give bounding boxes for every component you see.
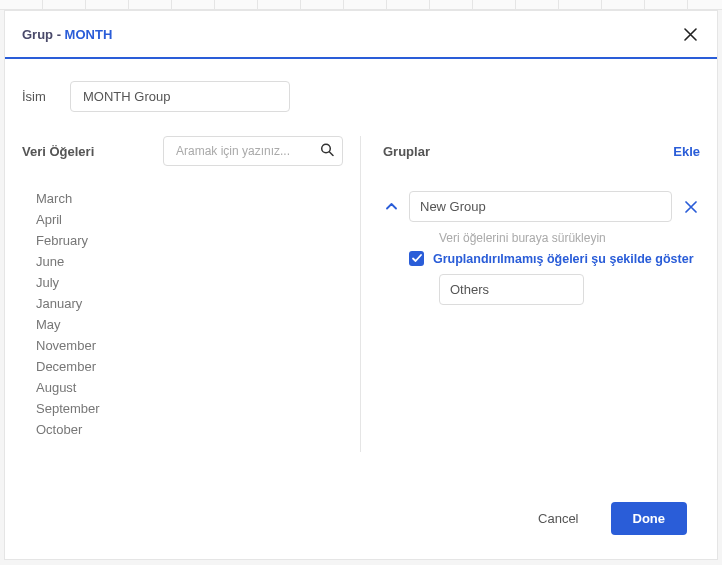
spreadsheet-background [0,0,722,10]
groups-panel: Gruplar Ekle Veri öğelerini buraya sürük… [361,124,717,482]
search-input[interactable] [163,136,343,166]
name-input[interactable] [70,81,290,112]
main-columns: Veri Öğeleri MarchAprilFebruaryJuneJulyJ… [5,124,717,482]
dialog-title-accent: MONTH [65,27,113,42]
data-items-header: Veri Öğeleri [22,136,360,166]
data-item[interactable]: July [36,272,360,293]
data-item[interactable]: October [36,419,360,440]
group-dialog: Grup - MONTH İsim Veri Öğeleri MarchApri… [4,10,718,560]
close-icon[interactable] [680,24,700,44]
search-wrap [163,136,343,166]
group-name-input[interactable] [409,191,672,222]
groups-title: Gruplar [383,144,430,159]
groups-header: Gruplar Ekle [383,136,700,159]
done-button[interactable]: Done [611,502,688,535]
data-items-list: MarchAprilFebruaryJuneJulyJanuaryMayNove… [22,188,360,440]
data-items-title: Veri Öğeleri [22,144,94,159]
dialog-title: Grup - MONTH [22,27,112,42]
data-item[interactable]: November [36,335,360,356]
data-item[interactable]: December [36,356,360,377]
name-row: İsim [5,59,717,124]
group-block: Veri öğelerini buraya sürükleyin Gruplan… [383,191,700,305]
data-items-panel: Veri Öğeleri MarchAprilFebruaryJuneJulyJ… [5,124,360,482]
chevron-up-icon[interactable] [383,203,399,210]
ungrouped-checkbox-label[interactable]: Gruplandırılmamış öğeleri şu şekilde gös… [433,252,694,266]
group-row [383,191,700,222]
data-item[interactable]: June [36,251,360,272]
add-group-button[interactable]: Ekle [673,144,700,159]
ungrouped-checkbox[interactable] [409,251,424,266]
data-item[interactable]: September [36,398,360,419]
others-input[interactable] [439,274,584,305]
data-item[interactable]: April [36,209,360,230]
cancel-button[interactable]: Cancel [530,503,586,534]
dialog-title-prefix: Grup - [22,27,65,42]
dialog-header: Grup - MONTH [5,11,717,59]
data-item[interactable]: February [36,230,360,251]
data-item[interactable]: January [36,293,360,314]
data-item[interactable]: May [36,314,360,335]
name-label: İsim [22,89,54,104]
ungrouped-checkbox-row: Gruplandırılmamış öğeleri şu şekilde gös… [409,251,700,266]
data-item[interactable]: March [36,188,360,209]
data-item[interactable]: August [36,377,360,398]
remove-group-icon[interactable] [682,201,700,213]
dialog-footer: Cancel Done [5,482,717,559]
drag-hint: Veri öğelerini buraya sürükleyin [439,231,700,245]
